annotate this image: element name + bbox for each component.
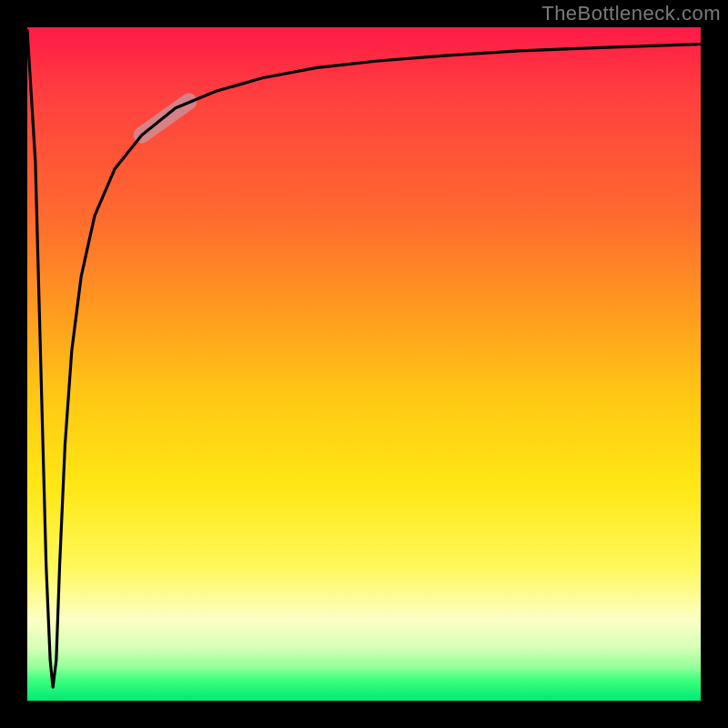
chart-frame: TheBottleneck.com: [0, 0, 728, 728]
plot-background-gradient: [27, 27, 701, 701]
watermark-label: TheBottleneck.com: [541, 2, 721, 25]
